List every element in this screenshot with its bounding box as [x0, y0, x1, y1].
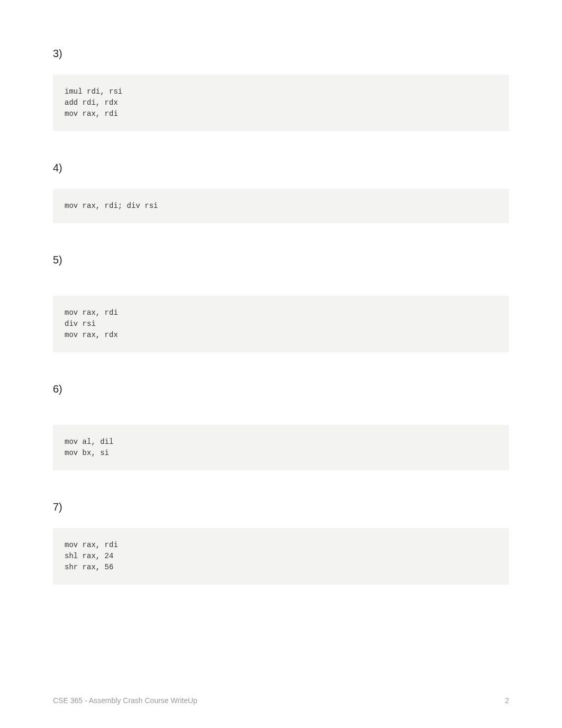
- heading-7: 7): [53, 501, 509, 513]
- page-footer: CSE 365 - Assembly Crash Course WriteUp …: [53, 696, 509, 705]
- heading-4: 4): [53, 162, 509, 174]
- heading-3: 3): [53, 48, 509, 60]
- heading-5: 5): [53, 254, 509, 266]
- code-block-4: mov rax, rdi; div rsi: [53, 189, 509, 223]
- code-block-3: imul rdi, rsi add rdi, rdx mov rax, rdi: [53, 75, 509, 131]
- section-3: 3) imul rdi, rsi add rdi, rdx mov rax, r…: [53, 48, 509, 131]
- section-5: 5) mov rax, rdi div rsi mov rax, rdx: [53, 254, 509, 352]
- footer-title: CSE 365 - Assembly Crash Course WriteUp: [53, 696, 197, 705]
- code-block-6: mov al, dil mov bx, si: [53, 425, 509, 470]
- code-block-7: mov rax, rdi shl rax, 24 shr rax, 56: [53, 528, 509, 585]
- code-block-5: mov rax, rdi div rsi mov rax, rdx: [53, 296, 509, 352]
- section-7: 7) mov rax, rdi shl rax, 24 shr rax, 56: [53, 501, 509, 585]
- page-content: 3) imul rdi, rsi add rdi, rdx mov rax, r…: [0, 0, 562, 585]
- heading-6: 6): [53, 383, 509, 395]
- page-number: 2: [505, 696, 509, 705]
- section-6: 6) mov al, dil mov bx, si: [53, 383, 509, 470]
- section-4: 4) mov rax, rdi; div rsi: [53, 162, 509, 223]
